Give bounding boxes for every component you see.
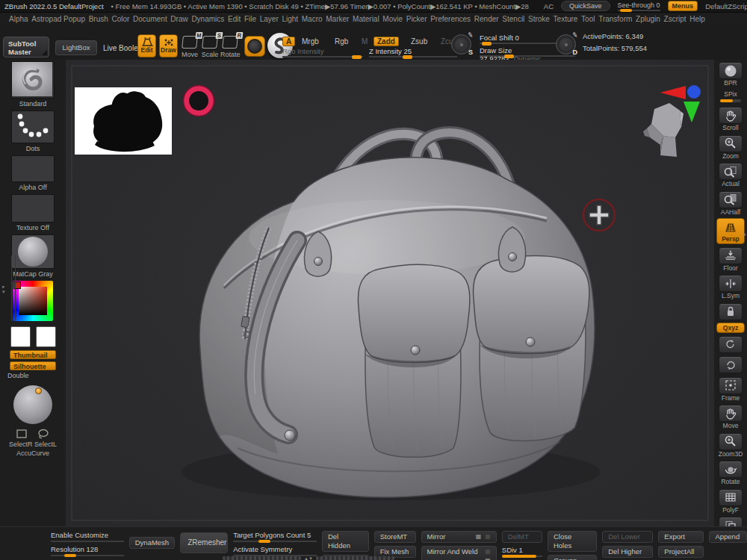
activate-symmetry-slider[interactable]: Activate Symmetry — [233, 545, 317, 556]
right-tray-floor[interactable]: Floor — [717, 246, 744, 273]
right-tray-l-sym[interactable]: L.Sym — [717, 274, 744, 300]
enable-customize-slider[interactable]: Enable Customize — [51, 531, 124, 542]
quicksave-button[interactable]: QuickSave — [561, 1, 610, 11]
menu-item-texture[interactable]: Texture — [554, 15, 578, 23]
mrgb-toggle[interactable]: Mrgb — [299, 37, 322, 46]
right-tray-polyf[interactable]: PolyF — [717, 488, 744, 514]
stroke-thumbnail[interactable] — [11, 111, 55, 143]
menu-item-movie[interactable]: Movie — [382, 15, 403, 23]
select-lasso-icon[interactable] — [37, 429, 50, 439]
groups-split-button[interactable]: Groups Split — [548, 555, 597, 560]
mirror-and-weld-button[interactable]: Mirror And Weld▦▦ — [421, 546, 497, 560]
menu-item-dynamics[interactable]: Dynamics — [191, 15, 224, 23]
tray-collapse-arrows-icon[interactable]: ▸▾ — [2, 284, 5, 294]
brush-thumbnail[interactable] — [11, 61, 55, 99]
right-tray-lock[interactable] — [717, 302, 744, 321]
storemt-button[interactable]: StoreMT — [374, 531, 416, 543]
right-tray-scroll[interactable]: Scroll — [717, 106, 744, 132]
sdiv-1-slider[interactable]: SDiv 1 — [502, 546, 542, 557]
move-mode-button[interactable]: M Move — [180, 34, 199, 58]
menu-item-zplugin[interactable]: Zplugin — [636, 15, 660, 23]
alpha-thumbnail[interactable] — [11, 155, 55, 182]
mirror-axis-icon[interactable]: ▦ — [485, 532, 491, 541]
resolution-128-slider[interactable]: Resolution 128 — [51, 545, 124, 556]
right-tray-qxyz[interactable]: Qxyz — [716, 323, 745, 333]
menu-item-document[interactable]: Document — [133, 15, 167, 23]
lightbox-button[interactable]: LightBox — [55, 40, 97, 55]
menu-item-astropad-popup[interactable]: Astropad Popup — [31, 15, 85, 23]
right-tray-aahalf[interactable]: AAHalf — [717, 190, 744, 217]
projectall-button[interactable]: ProjectAll — [658, 546, 704, 558]
menu-item-edit[interactable]: Edit — [228, 15, 241, 23]
menu-item-stencil[interactable]: Stencil — [502, 15, 524, 23]
menu-item-tool[interactable]: Tool — [581, 15, 595, 23]
right-tray-actual[interactable]: Actual — [717, 162, 744, 188]
stroke-preview-button[interactable] — [244, 36, 265, 57]
menu-item-help[interactable]: Help — [689, 15, 705, 23]
rgb-intensity-slider[interactable]: Rgb Intensity — [282, 47, 363, 57]
z-axis-sphere-icon[interactable] — [687, 85, 701, 99]
menu-item-material[interactable]: Material — [353, 15, 379, 23]
subtool-master-button[interactable]: SubTool Master — [3, 37, 49, 57]
mirror-axis-icon[interactable]: ▦ — [485, 556, 491, 560]
menu-item-preferences[interactable]: Preferences — [430, 15, 471, 23]
mirror-axis-icon[interactable]: ▦ — [485, 547, 491, 556]
right-tray-circley[interactable] — [717, 335, 744, 354]
zremesher-button[interactable]: ZRemesher — [180, 532, 228, 553]
menu-item-brush[interactable]: Brush — [89, 15, 108, 23]
scroll-up-down-icon[interactable]: ▲▼ — [304, 556, 313, 560]
select-rect-icon[interactable] — [16, 429, 28, 439]
menu-item-draw[interactable]: Draw — [170, 15, 187, 23]
menu-item-color[interactable]: Color — [111, 15, 129, 23]
m-toggle[interactable]: M — [359, 37, 371, 46]
scale-mode-button[interactable]: S Scale — [200, 34, 220, 58]
edit-mode-button[interactable]: Edit — [137, 34, 156, 57]
right-tray-move[interactable]: Move — [717, 404, 744, 430]
texture-thumbnail[interactable] — [11, 194, 55, 223]
document-canvas[interactable] — [66, 60, 714, 526]
menu-item-file[interactable]: File — [244, 15, 256, 23]
secondary-color-swatch[interactable] — [36, 326, 56, 347]
thumbnail-toggle-button[interactable]: Thumbnail — [10, 350, 56, 359]
rotate-mode-button[interactable]: R Rotate — [220, 34, 240, 58]
delmt-button[interactable]: DelMT — [502, 531, 542, 543]
tray-divider[interactable] — [11, 255, 16, 321]
bottom-scroll-handle[interactable]: ▲▼ — [223, 556, 394, 560]
points-knob[interactable]: ✎ D — [556, 34, 576, 55]
menu-item-light[interactable]: Light — [282, 15, 298, 23]
del-lower-button[interactable]: Del Lower — [602, 531, 653, 543]
focal-shift-knob[interactable]: ✎ S — [451, 34, 471, 55]
right-tray-zoom[interactable]: Zoom — [717, 134, 744, 161]
close-holes-button[interactable]: Close Holes — [548, 531, 597, 552]
mirror-axis-icon[interactable]: ▦ — [476, 532, 482, 541]
menu-item-macro[interactable]: Macro — [302, 15, 323, 23]
a-toggle[interactable]: A — [282, 37, 295, 46]
menu-item-marker[interactable]: Marker — [326, 15, 349, 23]
material-thumbnail[interactable] — [11, 234, 55, 269]
right-tray-collapse-arrow-icon[interactable]: ◂ — [743, 231, 746, 237]
right-tray-rotate[interactable]: Rotate — [717, 460, 744, 486]
export-button[interactable]: Export — [658, 531, 704, 543]
menu-item-render[interactable]: Render — [474, 15, 499, 23]
color-ring-indicator[interactable] — [184, 86, 214, 116]
silhouette-thumbnail[interactable] — [75, 87, 172, 155]
camera-nav-sphere[interactable] — [13, 385, 52, 424]
default-zscript-button[interactable]: DefaultZScript — [705, 2, 747, 10]
rgb-toggle[interactable]: Rgb — [332, 37, 351, 46]
silhouette-toggle-button[interactable]: Silhouette — [10, 361, 56, 370]
mirror-button[interactable]: Mirror▦▦ — [421, 531, 497, 543]
zsub-toggle[interactable]: Zsub — [408, 37, 430, 46]
right-tray-spix[interactable]: SPix — [717, 90, 744, 105]
main-color-swatch[interactable] — [10, 326, 31, 347]
menu-item-alpha[interactable]: Alpha — [9, 15, 28, 23]
del-hidden-button[interactable]: Del Hidden — [322, 531, 369, 552]
right-tray-zoom3d[interactable]: Zoom3D — [717, 432, 744, 458]
right-tray-bpr[interactable]: BPR — [717, 61, 744, 87]
menu-item-stroke[interactable]: Stroke — [528, 15, 550, 23]
right-tray-circlez[interactable] — [717, 355, 744, 374]
zadd-toggle[interactable]: Zadd — [374, 37, 399, 46]
menus-toggle-button[interactable]: Menus — [668, 1, 698, 11]
menu-item-transform[interactable]: Transform — [598, 15, 632, 23]
spix-slider[interactable] — [720, 99, 741, 102]
draw-mode-button[interactable]: Draw — [159, 34, 178, 57]
